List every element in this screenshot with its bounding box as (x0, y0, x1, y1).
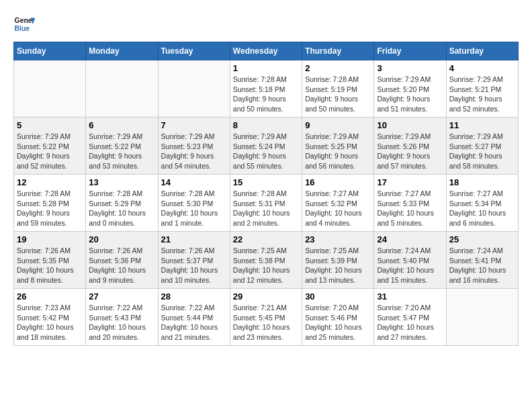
day-info: Sunrise: 7:27 AMSunset: 5:32 PMDaylight:… (305, 189, 371, 228)
calendar-cell: 24Sunrise: 7:24 AMSunset: 5:40 PMDayligh… (374, 232, 446, 289)
calendar-cell: 21Sunrise: 7:26 AMSunset: 5:37 PMDayligh… (158, 232, 230, 289)
calendar-cell: 25Sunrise: 7:24 AMSunset: 5:41 PMDayligh… (446, 232, 518, 289)
day-number: 15 (233, 177, 299, 187)
weekday-header-friday: Friday (374, 42, 446, 60)
day-info: Sunrise: 7:29 AMSunset: 5:23 PMDaylight:… (161, 132, 227, 171)
calendar-cell: 7Sunrise: 7:29 AMSunset: 5:23 PMDaylight… (158, 118, 230, 175)
svg-text:Blue: Blue (15, 25, 30, 32)
day-number: 10 (377, 120, 443, 130)
day-info: Sunrise: 7:28 AMSunset: 5:18 PMDaylight:… (233, 75, 299, 114)
day-info: Sunrise: 7:26 AMSunset: 5:37 PMDaylight:… (161, 246, 227, 285)
calendar-cell: 19Sunrise: 7:26 AMSunset: 5:35 PMDayligh… (14, 232, 86, 289)
calendar-cell: 29Sunrise: 7:21 AMSunset: 5:45 PMDayligh… (230, 289, 302, 346)
calendar-week-row: 26Sunrise: 7:23 AMSunset: 5:42 PMDayligh… (14, 289, 519, 346)
day-info: Sunrise: 7:29 AMSunset: 5:22 PMDaylight:… (89, 132, 154, 171)
weekday-header-sunday: Sunday (14, 42, 86, 60)
day-info: Sunrise: 7:29 AMSunset: 5:24 PMDaylight:… (233, 132, 299, 171)
day-number: 21 (161, 234, 227, 244)
day-number: 23 (305, 234, 371, 244)
day-info: Sunrise: 7:29 AMSunset: 5:27 PMDaylight:… (449, 132, 515, 171)
calendar-cell: 30Sunrise: 7:20 AMSunset: 5:46 PMDayligh… (302, 289, 374, 346)
day-info: Sunrise: 7:28 AMSunset: 5:29 PMDaylight:… (89, 189, 154, 228)
day-info: Sunrise: 7:25 AMSunset: 5:39 PMDaylight:… (305, 246, 371, 285)
calendar-cell: 22Sunrise: 7:25 AMSunset: 5:38 PMDayligh… (230, 232, 302, 289)
calendar-cell: 4Sunrise: 7:29 AMSunset: 5:21 PMDaylight… (446, 60, 518, 118)
calendar-cell: 26Sunrise: 7:23 AMSunset: 5:42 PMDayligh… (14, 289, 86, 346)
day-number: 22 (233, 234, 299, 244)
calendar-table: SundayMondayTuesdayWednesdayThursdayFrid… (13, 42, 519, 346)
page-header: General Blue (13, 13, 519, 35)
day-info: Sunrise: 7:26 AMSunset: 5:36 PMDaylight:… (89, 246, 154, 285)
weekday-header-row: SundayMondayTuesdayWednesdayThursdayFrid… (14, 42, 519, 60)
calendar-cell: 8Sunrise: 7:29 AMSunset: 5:24 PMDaylight… (230, 118, 302, 175)
day-info: Sunrise: 7:20 AMSunset: 5:47 PMDaylight:… (377, 303, 443, 342)
calendar-week-row: 12Sunrise: 7:28 AMSunset: 5:28 PMDayligh… (14, 175, 519, 232)
day-info: Sunrise: 7:20 AMSunset: 5:46 PMDaylight:… (305, 303, 371, 342)
calendar-cell: 27Sunrise: 7:22 AMSunset: 5:43 PMDayligh… (86, 289, 158, 346)
calendar-cell (14, 60, 86, 118)
day-number: 13 (89, 177, 154, 187)
day-number: 24 (377, 234, 443, 244)
day-info: Sunrise: 7:27 AMSunset: 5:33 PMDaylight:… (377, 189, 443, 228)
calendar-cell: 13Sunrise: 7:28 AMSunset: 5:29 PMDayligh… (86, 175, 158, 232)
day-info: Sunrise: 7:21 AMSunset: 5:45 PMDaylight:… (233, 303, 299, 342)
day-info: Sunrise: 7:22 AMSunset: 5:44 PMDaylight:… (161, 303, 227, 342)
calendar-cell: 9Sunrise: 7:29 AMSunset: 5:25 PMDaylight… (302, 118, 374, 175)
day-number: 20 (89, 234, 154, 244)
day-info: Sunrise: 7:29 AMSunset: 5:25 PMDaylight:… (305, 132, 371, 171)
day-number: 14 (161, 177, 227, 187)
calendar-cell: 11Sunrise: 7:29 AMSunset: 5:27 PMDayligh… (446, 118, 518, 175)
day-info: Sunrise: 7:22 AMSunset: 5:43 PMDaylight:… (89, 303, 154, 342)
calendar-cell: 2Sunrise: 7:28 AMSunset: 5:19 PMDaylight… (302, 60, 374, 118)
calendar-cell: 15Sunrise: 7:28 AMSunset: 5:31 PMDayligh… (230, 175, 302, 232)
day-info: Sunrise: 7:24 AMSunset: 5:41 PMDaylight:… (449, 246, 515, 285)
day-info: Sunrise: 7:28 AMSunset: 5:31 PMDaylight:… (233, 189, 299, 228)
calendar-cell: 18Sunrise: 7:27 AMSunset: 5:34 PMDayligh… (446, 175, 518, 232)
calendar-cell: 5Sunrise: 7:29 AMSunset: 5:22 PMDaylight… (14, 118, 86, 175)
logo-icon: General Blue (13, 13, 35, 35)
day-number: 5 (17, 120, 83, 130)
weekday-header-monday: Monday (86, 42, 158, 60)
day-number: 29 (233, 291, 299, 302)
calendar-cell: 23Sunrise: 7:25 AMSunset: 5:39 PMDayligh… (302, 232, 374, 289)
day-number: 9 (305, 120, 371, 130)
day-number: 1 (233, 63, 299, 73)
calendar-cell: 16Sunrise: 7:27 AMSunset: 5:32 PMDayligh… (302, 175, 374, 232)
day-info: Sunrise: 7:29 AMSunset: 5:21 PMDaylight:… (449, 75, 515, 114)
day-info: Sunrise: 7:25 AMSunset: 5:38 PMDaylight:… (233, 246, 299, 285)
calendar-week-row: 1Sunrise: 7:28 AMSunset: 5:18 PMDaylight… (14, 60, 519, 118)
day-number: 19 (17, 234, 83, 244)
day-number: 3 (377, 63, 443, 73)
day-number: 11 (449, 120, 515, 130)
calendar-cell: 3Sunrise: 7:29 AMSunset: 5:20 PMDaylight… (374, 60, 446, 118)
day-number: 8 (233, 120, 299, 130)
calendar-week-row: 19Sunrise: 7:26 AMSunset: 5:35 PMDayligh… (14, 232, 519, 289)
day-info: Sunrise: 7:28 AMSunset: 5:28 PMDaylight:… (17, 189, 83, 228)
day-info: Sunrise: 7:29 AMSunset: 5:26 PMDaylight:… (377, 132, 443, 171)
day-number: 12 (17, 177, 83, 187)
calendar-cell: 17Sunrise: 7:27 AMSunset: 5:33 PMDayligh… (374, 175, 446, 232)
day-number: 6 (89, 120, 154, 130)
day-number: 25 (449, 234, 515, 244)
calendar-cell: 28Sunrise: 7:22 AMSunset: 5:44 PMDayligh… (158, 289, 230, 346)
day-info: Sunrise: 7:29 AMSunset: 5:22 PMDaylight:… (17, 132, 83, 171)
calendar-cell: 10Sunrise: 7:29 AMSunset: 5:26 PMDayligh… (374, 118, 446, 175)
calendar-cell: 14Sunrise: 7:28 AMSunset: 5:30 PMDayligh… (158, 175, 230, 232)
day-number: 31 (377, 291, 443, 302)
day-number: 2 (305, 63, 371, 73)
day-number: 18 (449, 177, 515, 187)
calendar-cell (446, 289, 518, 346)
calendar-cell: 1Sunrise: 7:28 AMSunset: 5:18 PMDaylight… (230, 60, 302, 118)
day-number: 17 (377, 177, 443, 187)
calendar-cell: 12Sunrise: 7:28 AMSunset: 5:28 PMDayligh… (14, 175, 86, 232)
weekday-header-tuesday: Tuesday (158, 42, 230, 60)
day-number: 28 (161, 291, 227, 302)
calendar-week-row: 5Sunrise: 7:29 AMSunset: 5:22 PMDaylight… (14, 118, 519, 175)
day-info: Sunrise: 7:26 AMSunset: 5:35 PMDaylight:… (17, 246, 83, 285)
day-number: 30 (305, 291, 371, 302)
calendar-cell: 20Sunrise: 7:26 AMSunset: 5:36 PMDayligh… (86, 232, 158, 289)
weekday-header-saturday: Saturday (446, 42, 518, 60)
day-number: 26 (17, 291, 83, 302)
calendar-cell: 31Sunrise: 7:20 AMSunset: 5:47 PMDayligh… (374, 289, 446, 346)
logo: General Blue (13, 13, 35, 35)
